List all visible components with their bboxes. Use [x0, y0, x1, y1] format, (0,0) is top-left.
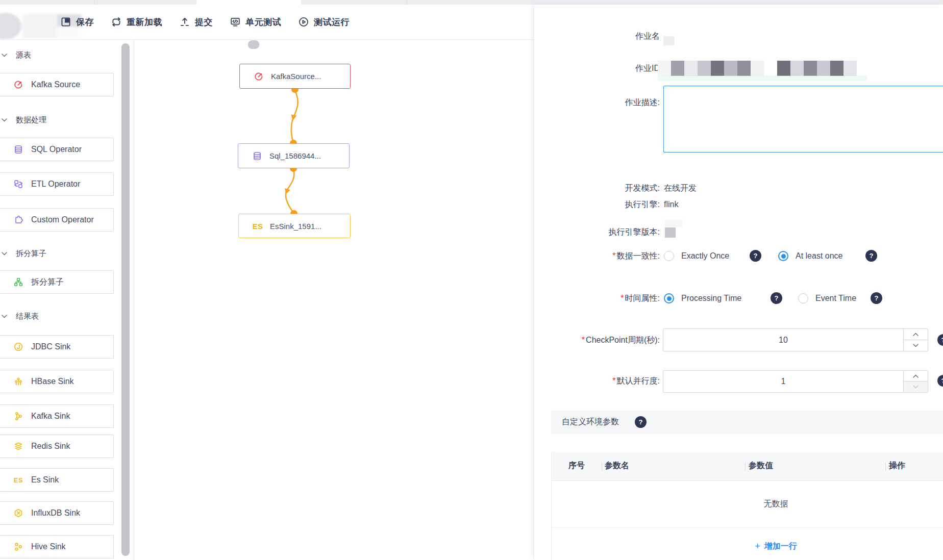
section-header-1[interactable]: 数据处理 — [2, 113, 46, 127]
column-divider — [745, 462, 746, 471]
section-title: 数据处理 — [16, 115, 46, 125]
parallelism-input[interactable]: 1 — [663, 370, 928, 393]
sql-operator-icon — [13, 144, 23, 155]
add-row-button[interactable]: + 增加一行 — [755, 541, 797, 552]
sidebar-scrollbar-thumb[interactable] — [121, 43, 130, 556]
sidebar-item-label: JDBC Sink — [31, 342, 70, 351]
active-tab[interactable] — [196, 0, 301, 5]
unit-test-icon — [230, 16, 241, 28]
radio-at-least-once[interactable] — [778, 251, 788, 261]
sidebar-item-拆分算子[interactable]: 拆分算子 — [0, 270, 114, 294]
job-id-highlight — [658, 75, 867, 81]
radio-at-least-once-label: At least once — [796, 250, 843, 262]
engine-label: 执行引擎: — [625, 199, 660, 210]
chevron-down-icon — [2, 252, 7, 256]
table-footer-row: + 增加一行 — [552, 528, 943, 560]
toolbar-button-label: 重新加载 — [127, 16, 162, 28]
help-icon[interactable]: ? — [750, 250, 761, 262]
node-label: EsSink_1591... — [270, 222, 321, 231]
spinner-down-icon — [904, 381, 928, 392]
sidebar-item-custom-operator[interactable]: Custom Operator — [0, 208, 114, 232]
save-button[interactable]: 保存 — [60, 16, 94, 28]
dag-canvas[interactable]: KafkaSource... Sql_1586944... ES EsSink_… — [134, 40, 534, 560]
help-icon[interactable]: ? — [937, 334, 943, 346]
radio-processing-time[interactable] — [664, 293, 674, 303]
column-header: 序号 — [568, 461, 585, 471]
sidebar-item-hive-sink[interactable]: Hive Sink — [0, 535, 114, 558]
help-icon[interactable]: ? — [771, 292, 782, 304]
reload-icon — [111, 16, 122, 28]
number-spinner — [903, 329, 928, 351]
sidebar-item-label: Es Sink — [31, 475, 59, 485]
sidebar-item-influxdb-sink[interactable]: InfluxDB Sink — [0, 501, 114, 525]
job-id-redacted — [658, 61, 857, 76]
node-sql-operator[interactable]: Sql_1586944... — [238, 143, 350, 168]
unit-test-button[interactable]: 单元测试 — [230, 16, 281, 28]
split-operator-icon — [13, 277, 23, 287]
sidebar-item-kafka-source[interactable]: Kafka Source — [0, 73, 114, 96]
sidebar-item-jdbc-sink[interactable]: JDBC Sink — [0, 335, 114, 359]
sidebar-item-es-sink[interactable]: ESEs Sink — [0, 468, 114, 492]
engine-version-redacted — [665, 219, 682, 227]
sidebar-item-label: ETL Operator — [31, 180, 80, 189]
kafka-source-icon — [13, 80, 23, 90]
sidebar-item-redis-sink[interactable]: Redis Sink — [0, 435, 114, 458]
section-header-0[interactable]: 源表 — [2, 48, 31, 62]
radio-event-time-label: Event Time — [815, 293, 856, 304]
tab-divider — [94, 0, 95, 5]
submit-button[interactable]: 提交 — [179, 16, 213, 28]
checkpoint-value: 10 — [663, 329, 903, 351]
radio-event-time[interactable] — [798, 293, 808, 303]
toolbar-button-label: 提交 — [195, 16, 213, 28]
column-header: 操作 — [889, 461, 905, 471]
test-run-button[interactable]: 测试运行 — [298, 16, 350, 28]
job-desc-label: 作业描述: — [625, 97, 660, 108]
number-spinner — [903, 371, 928, 392]
reload-button[interactable]: 重新加载 — [111, 16, 162, 28]
env-params-section-header: 自定义环境参数 ? — [551, 411, 943, 434]
job-name-label: 作业名 — [635, 31, 660, 42]
engine-value: flink — [664, 199, 678, 210]
help-icon[interactable]: ? — [635, 416, 647, 428]
sidebar-item-label: HBase Sink — [31, 377, 74, 386]
section-title: 拆分算子 — [16, 249, 46, 259]
node-es-sink[interactable]: ES EsSink_1591... — [238, 214, 351, 238]
etl-operator-icon — [13, 179, 23, 189]
canvas-scroll-pill[interactable] — [248, 40, 259, 49]
toolbar-button-label: 测试运行 — [314, 16, 350, 28]
section-header-2[interactable]: 拆分算子 — [2, 246, 46, 261]
help-icon[interactable]: ? — [865, 250, 877, 262]
plus-icon: + — [755, 541, 760, 552]
job-desc-textarea[interactable] — [663, 86, 943, 152]
redis-sink-icon — [13, 441, 23, 451]
spinner-down-icon[interactable] — [904, 340, 928, 351]
spinner-up-icon[interactable] — [904, 329, 928, 340]
spinner-up-icon[interactable] — [904, 371, 928, 381]
dev-mode-label: 开发模式: — [625, 183, 660, 194]
help-icon[interactable]: ? — [937, 375, 943, 387]
es-sink-icon: ES — [13, 475, 23, 485]
help-icon[interactable]: ? — [871, 292, 882, 304]
section-header-3[interactable]: 结果表 — [2, 309, 39, 323]
sidebar-item-label: Hive Sink — [31, 542, 66, 551]
checkpoint-label: *CheckPoint周期(秒): — [582, 335, 660, 346]
toolbar-button-label: 单元测试 — [245, 16, 281, 28]
sidebar-item-hbase-sink[interactable]: HBase Sink — [0, 370, 114, 393]
sidebar-item-sql-operator[interactable]: SQL Operator — [0, 138, 114, 161]
checkpoint-input[interactable]: 10 — [663, 328, 928, 351]
dag-edges — [134, 40, 534, 560]
sidebar-item-label: Redis Sink — [31, 442, 70, 451]
engine-version-redacted — [665, 227, 676, 238]
kafka-source-icon — [254, 71, 264, 82]
sidebar-item-etl-operator[interactable]: ETL Operator — [0, 172, 114, 196]
toolbar: 保存重新加载提交单元测试测试运行 — [0, 5, 534, 40]
node-kafka-source[interactable]: KafkaSource... — [239, 64, 351, 89]
node-label: Sql_1586944... — [269, 151, 321, 160]
jdbc-sink-icon — [13, 342, 23, 352]
section-title: 源表 — [16, 50, 31, 60]
chevron-down-icon — [2, 315, 7, 318]
column-header: 参数值 — [749, 461, 773, 471]
radio-exactly-once[interactable] — [664, 251, 674, 261]
time-attr-label: *时间属性: — [621, 293, 660, 304]
sidebar-item-kafka-sink[interactable]: Kafka Sink — [0, 404, 114, 428]
